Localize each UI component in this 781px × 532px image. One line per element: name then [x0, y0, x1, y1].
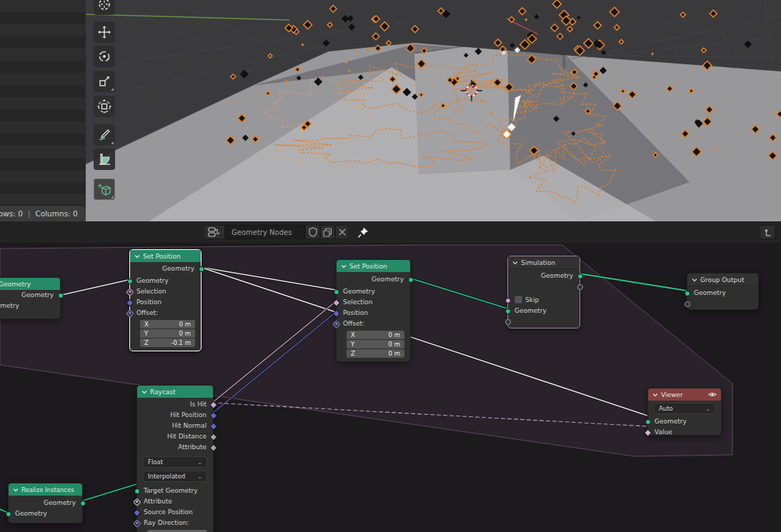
back-to-previous-button[interactable] — [760, 225, 775, 239]
fake-user-button[interactable] — [305, 225, 320, 239]
measure-tool-button[interactable] — [94, 149, 115, 170]
socket-target-geometry-in[interactable] — [134, 488, 140, 494]
socket-label: Geometry — [655, 418, 687, 425]
data-type-dropdown[interactable]: Float⌄ — [143, 456, 207, 468]
socket-label: Geometry — [694, 289, 726, 296]
rows-count: Rows: 0 — [0, 209, 23, 218]
socket-label: Geometry — [372, 276, 404, 283]
shield-icon — [309, 227, 317, 237]
socket-extend-in[interactable] — [505, 319, 511, 325]
socket-geometry-in[interactable] — [334, 289, 339, 295]
socket-geometry-out[interactable] — [408, 277, 414, 283]
scale-tool-icon — [97, 74, 111, 89]
socket-geometry-in[interactable] — [645, 419, 651, 425]
node-raycast[interactable]: Raycast Is Hit Hit Position Hit Normal H… — [136, 385, 214, 532]
geometry-node-editor[interactable]: Join Geometry Geometry Geometry Set Posi… — [0, 243, 781, 532]
spreadsheet-row — [0, 97, 86, 109]
socket-geometry-out[interactable] — [577, 273, 583, 279]
spreadsheet-footer: Rows: 0 | Columns: 0 — [0, 205, 86, 221]
columns-count: Columns: 0 — [35, 209, 77, 218]
annotate-tool-button[interactable] — [94, 124, 115, 146]
socket-label: Position — [136, 298, 161, 306]
offset-vector-fields: X0 m Y0 m Z0 m — [347, 331, 404, 358]
transform-tool-button[interactable] — [94, 96, 115, 117]
socket-label: Hit Distance — [167, 433, 207, 440]
spreadsheet-row — [0, 146, 86, 158]
unlink-button[interactable] — [335, 225, 349, 239]
skip-checkbox[interactable] — [514, 296, 522, 303]
node-tree-browse-icon — [208, 227, 221, 237]
socket-label: Ray Direction: — [144, 519, 189, 526]
socket-label: Attribute — [178, 443, 207, 451]
socket-label: Skip — [525, 296, 539, 303]
socket-label: Geometry — [514, 307, 547, 314]
spreadsheet-row — [0, 49, 86, 61]
socket-geometry-in[interactable] — [6, 511, 11, 517]
socket-skip-in[interactable] — [505, 298, 511, 303]
node-join-geometry[interactable]: Join Geometry Geometry Geometry — [0, 277, 61, 319]
node-group-output[interactable]: Group Output Geometry — [687, 273, 759, 310]
field-y[interactable]: Y0 m — [140, 329, 195, 338]
socket-extend-out[interactable] — [577, 284, 583, 290]
socket-geometry-out[interactable] — [58, 293, 64, 298]
close-icon — [339, 229, 346, 236]
socket-geometry-out[interactable] — [199, 266, 204, 272]
spreadsheet-row — [0, 12, 86, 24]
move-tool-icon — [97, 25, 111, 39]
field-z[interactable]: Z0 m — [347, 349, 404, 358]
socket-geometry-in[interactable] — [127, 278, 133, 284]
node-realize-instances[interactable]: Realize Instances Geometry Geometry — [8, 483, 83, 523]
socket-label: Geometry — [162, 265, 194, 272]
field-x[interactable]: X0 m — [347, 331, 404, 339]
socket-extend-in[interactable] — [685, 301, 690, 307]
footer-separator: | — [28, 209, 31, 218]
node-set-position-1[interactable]: Set Position Geometry Geometry Selection… — [129, 249, 202, 351]
move-tool-button[interactable] — [94, 21, 115, 43]
node-simulation-output[interactable]: Simulation Geometry Skip Geometry — [507, 256, 580, 328]
interpolation-dropdown[interactable]: Interpolated⌄ — [143, 471, 207, 482]
node-tree-browse-button[interactable] — [204, 225, 225, 239]
cursor-tool-button[interactable] — [94, 0, 115, 15]
socket-label: Target Geometry — [144, 487, 198, 494]
socket-geometry-in[interactable] — [505, 308, 511, 314]
socket-label: Selection — [343, 298, 372, 306]
viewer-domain-dropdown[interactable]: Auto⌄ — [654, 403, 715, 414]
eye-icon[interactable] — [708, 391, 717, 398]
offset-vector-fields: X0 m Y0 m Z-0.1 m — [140, 320, 195, 347]
spreadsheet-rows — [0, 0, 86, 206]
node-editor-header: Geometry Nodes — [0, 221, 781, 244]
socket-label: Offset: — [136, 309, 158, 316]
spreadsheet-row — [0, 121, 86, 134]
scale-tool-button[interactable] — [94, 71, 115, 92]
socket-label: Hit Normal — [172, 422, 207, 429]
node-title: Set Position — [349, 263, 387, 270]
add-cube-tool-icon — [97, 182, 112, 197]
field-y[interactable]: Y0 m — [347, 340, 404, 348]
3d-viewport[interactable] — [86, 0, 781, 221]
socket-label: Value — [655, 428, 672, 436]
annotate-tool-icon — [97, 128, 111, 142]
socket-label: Hit Position — [170, 411, 207, 418]
node-title: Viewer — [661, 391, 683, 398]
spreadsheet-row — [0, 0, 86, 12]
node-tree-name-field[interactable]: Geometry Nodes — [225, 225, 305, 239]
new-datablock-button[interactable] — [320, 225, 335, 239]
socket-label: Geometry — [541, 272, 573, 279]
spreadsheet-row — [0, 182, 86, 194]
new-copy-icon — [323, 228, 332, 237]
socket-geometry-in[interactable] — [685, 291, 690, 296]
node-set-position-2[interactable]: Set Position Geometry Geometry Selection… — [336, 259, 411, 362]
rotate-tool-button[interactable] — [94, 46, 115, 67]
node-title: Join Geometry — [0, 281, 31, 288]
transform-tool-icon — [97, 99, 111, 114]
viewport-scene — [86, 0, 781, 221]
socket-label: Is Hit — [190, 401, 207, 408]
add-cube-tool-button[interactable] — [94, 179, 115, 200]
socket-label: Geometry — [15, 510, 47, 517]
socket-geometry-out[interactable] — [80, 501, 86, 506]
back-arrow-icon — [763, 228, 772, 237]
field-x[interactable]: X0 m — [140, 320, 195, 328]
node-viewer[interactable]: Viewer Auto⌄ Geometry Value — [647, 388, 722, 436]
pin-button[interactable] — [357, 226, 369, 239]
field-z[interactable]: Z-0.1 m — [140, 338, 195, 347]
